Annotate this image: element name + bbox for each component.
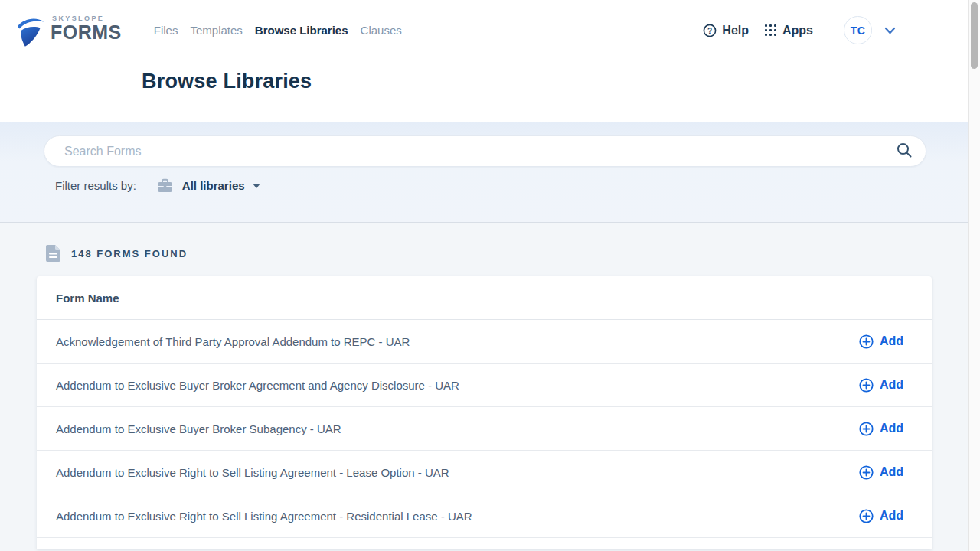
form-name-column-header: Form Name xyxy=(37,276,932,320)
briefcase-icon xyxy=(157,178,173,193)
add-button-label: Add xyxy=(880,334,903,348)
results-count-row: 148 FORMS FOUND xyxy=(0,223,980,262)
skyslope-swoosh-icon xyxy=(17,16,44,47)
nav-item-templates[interactable]: Templates xyxy=(190,21,242,40)
results-section: 148 FORMS FOUND Form Name Acknowledgemen… xyxy=(0,222,980,551)
search-button[interactable] xyxy=(896,142,913,161)
nav-item-clauses[interactable]: Clauses xyxy=(361,21,402,40)
help-button[interactable]: ? Help xyxy=(703,24,749,37)
skyslope-forms-logo[interactable]: SKYSLOPE FORMS xyxy=(17,14,122,47)
form-name: Addendum to Exclusive Right to Sell List… xyxy=(56,466,449,479)
logo-wordmark: SKYSLOPE FORMS xyxy=(51,14,122,42)
table-row-partial xyxy=(37,538,932,549)
table-row: Acknowledgement of Third Party Approval … xyxy=(37,320,932,364)
forms-table: Form Name Acknowledgement of Third Party… xyxy=(37,276,932,549)
page-scrollbar[interactable] xyxy=(968,0,980,551)
nav-item-browse-libraries[interactable]: Browse Libraries xyxy=(255,21,348,40)
primary-nav: Files Templates Browse Libraries Clauses xyxy=(154,21,402,40)
plus-circle-icon xyxy=(859,422,874,436)
forms-found-count: 148 FORMS FOUND xyxy=(71,248,188,259)
library-filter-dropdown[interactable]: All libraries xyxy=(182,179,245,192)
search-icon xyxy=(896,142,913,158)
help-label: Help xyxy=(722,24,749,37)
filter-row: Filter results by: All libraries xyxy=(55,178,980,193)
add-button-label: Add xyxy=(880,378,903,392)
form-name: Addendum to Exclusive Buyer Broker Subag… xyxy=(56,422,341,435)
filter-label: Filter results by: xyxy=(55,179,136,192)
nav-item-files[interactable]: Files xyxy=(154,21,178,40)
add-form-button[interactable]: Add xyxy=(859,378,903,393)
add-button-label: Add xyxy=(880,465,903,479)
add-form-button[interactable]: Add xyxy=(859,422,903,436)
forms-table-body: Acknowledgement of Third Party Approval … xyxy=(37,320,932,538)
avatar[interactable]: TC xyxy=(844,16,872,44)
plus-circle-icon xyxy=(859,465,874,480)
search-input[interactable] xyxy=(44,135,926,167)
table-row: Addendum to Exclusive Buyer Broker Agree… xyxy=(37,364,932,407)
page-title: Browse Libraries xyxy=(142,70,980,93)
plus-circle-icon xyxy=(859,509,874,523)
logo-forms-text: FORMS xyxy=(51,23,122,42)
apps-button[interactable]: Apps xyxy=(764,24,813,37)
search-box xyxy=(44,135,926,167)
plus-circle-icon xyxy=(859,334,874,349)
app-root: SKYSLOPE FORMS Files Templates Browse Li… xyxy=(0,0,980,551)
plus-circle-icon xyxy=(859,378,874,393)
table-row: Addendum to Exclusive Right to Sell List… xyxy=(37,451,932,494)
scrollbar-thumb[interactable] xyxy=(971,2,978,69)
apps-label: Apps xyxy=(782,24,813,37)
search-filter-section: Filter results by: All libraries xyxy=(0,122,980,222)
add-button-label: Add xyxy=(880,422,903,435)
chevron-down-icon[interactable] xyxy=(884,27,896,34)
svg-text:?: ? xyxy=(707,26,712,34)
account-menu[interactable]: TC xyxy=(844,16,896,44)
add-form-button[interactable]: Add xyxy=(859,465,903,480)
header-actions: ? Help Apps TC xyxy=(703,16,896,44)
document-icon xyxy=(46,245,60,262)
table-row: Addendum to Exclusive Right to Sell List… xyxy=(37,494,932,538)
help-question-icon: ? xyxy=(703,24,717,37)
app-header: SKYSLOPE FORMS Files Templates Browse Li… xyxy=(0,0,980,122)
add-form-button[interactable]: Add xyxy=(859,334,903,349)
form-name: Acknowledgement of Third Party Approval … xyxy=(56,335,410,348)
add-button-label: Add xyxy=(880,509,903,523)
top-navigation-bar: SKYSLOPE FORMS Files Templates Browse Li… xyxy=(0,0,980,47)
apps-grid-icon xyxy=(764,24,777,37)
form-name: Addendum to Exclusive Buyer Broker Agree… xyxy=(56,379,459,392)
table-row: Addendum to Exclusive Buyer Broker Subag… xyxy=(37,407,932,451)
caret-down-icon[interactable] xyxy=(253,184,260,188)
add-form-button[interactable]: Add xyxy=(859,509,903,523)
form-name: Addendum to Exclusive Right to Sell List… xyxy=(56,510,472,523)
